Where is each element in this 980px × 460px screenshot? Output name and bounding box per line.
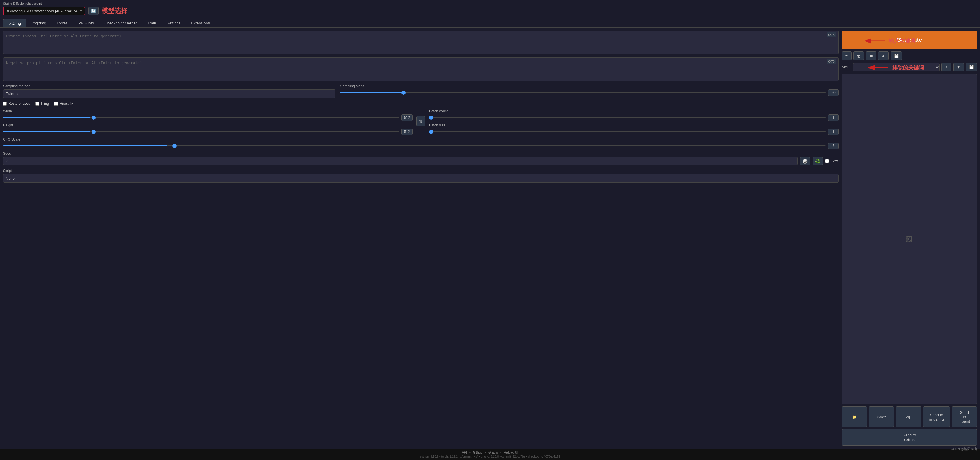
tab-extensions[interactable]: Extensions (186, 19, 215, 27)
open-folder-btn[interactable]: 📁 (842, 406, 867, 427)
sampling-method-dropdown[interactable]: Euler a Euler LMS Heun DPM2 (6, 92, 333, 96)
generate-button[interactable]: Generate (842, 30, 977, 49)
neg-prompt-counter: 0/75 (827, 59, 836, 64)
checkbox-row: Restore faces Tiling Hires. fix (3, 102, 839, 106)
model-select-box[interactable]: 3Guofeng3_v33.safetensors [4078eb4174] ▼ (3, 7, 85, 15)
read-info-btn[interactable]: ✒ (842, 51, 852, 60)
model-dropdown-arrow: ▼ (80, 10, 83, 13)
footer-reload-link[interactable]: Reload UI (504, 450, 518, 454)
cfg-section: CFG Scale 7 (3, 137, 839, 149)
delete-btn[interactable]: 🗑 (853, 51, 864, 60)
script-dropdown[interactable]: None (6, 176, 836, 181)
save-btn[interactable]: Save (869, 406, 894, 427)
footer: API • Github • Gradio • Reload UI python… (0, 449, 980, 460)
seed-recycle-btn[interactable]: ♻️ (813, 157, 823, 165)
tab-png-info[interactable]: PNG Info (73, 19, 99, 27)
batch-section: Batch count 1 Batch size 1 (429, 109, 839, 135)
seed-label: Seed (3, 151, 839, 155)
negative-prompt-section: 0/75 排除的关键词 (3, 57, 839, 82)
cfg-slider[interactable] (3, 145, 826, 146)
sampling-steps-value: 20 (828, 89, 839, 96)
width-height-section: Width 512 Height 512 (3, 109, 413, 135)
styles-select[interactable] (853, 63, 940, 71)
sampling-steps-slider-row: 20 (340, 89, 839, 96)
model-value: 3Guofeng3_v33.safetensors [4078eb4174] (6, 9, 78, 13)
send-img2img-btn[interactable]: Send to img2img (923, 406, 950, 427)
tiling-label: Tiling (41, 102, 49, 106)
prompt-counter: 0/75 (827, 32, 836, 37)
zip-btn[interactable]: Zip (896, 406, 921, 427)
tab-settings[interactable]: Settings (161, 19, 186, 27)
restore-faces-checkbox[interactable]: Restore faces (3, 102, 30, 106)
hires-fix-input[interactable] (54, 102, 58, 106)
restore-faces-input[interactable] (3, 102, 7, 106)
tab-extras[interactable]: Extras (51, 19, 73, 27)
skip-btn[interactable]: ⏭ (878, 51, 889, 60)
negative-prompt-input[interactable] (3, 57, 839, 81)
hires-fix-checkbox[interactable]: Hires. fix (54, 102, 73, 106)
seed-input[interactable] (3, 157, 797, 165)
batch-count-slider[interactable] (429, 117, 826, 118)
styles-v-btn[interactable]: ▼ (953, 63, 964, 71)
batch-size-row: Batch size 1 (429, 123, 839, 135)
footer-api-link[interactable]: API (462, 450, 467, 454)
seed-row: 🎲 ♻️ Extra (3, 157, 839, 165)
send-inpaint-btn[interactable]: Send to inpaint (952, 406, 977, 427)
footer-gradio-link[interactable]: Gradio (488, 450, 498, 454)
sampling-steps-slider[interactable] (340, 92, 826, 93)
batch-count-slider-row: 1 (429, 114, 839, 121)
seed-section: Seed 🎲 ♻️ Extra (3, 151, 839, 165)
footer-info: python: 3.10.9 • torch: 1.12.1 • xformer… (3, 455, 977, 458)
tab-txt2img[interactable]: txt2img (3, 19, 27, 27)
batch-size-value: 1 (828, 128, 839, 135)
batch-count-label: Batch count (429, 109, 839, 113)
send-extras-btn[interactable]: Send to extras (842, 429, 977, 446)
extra-input[interactable] (825, 159, 829, 163)
csdn-watermark: CSDN @洛阳泰山 (951, 447, 977, 451)
model-refresh-btn[interactable]: 🔄 (88, 7, 99, 15)
width-label: Width (3, 109, 413, 113)
batch-count-value: 1 (828, 114, 839, 121)
height-slider-row: 512 (3, 128, 413, 135)
height-row: Height 512 (3, 123, 413, 135)
tab-checkpoint-merger[interactable]: Checkpoint Merger (99, 19, 142, 27)
sampling-method-label: Sampling method (3, 84, 336, 88)
width-slider[interactable] (3, 117, 399, 118)
tiling-checkbox[interactable]: Tiling (35, 102, 49, 106)
height-label: Height (3, 123, 413, 127)
batch-size-label: Batch size (429, 123, 839, 127)
styles-x-btn[interactable]: ✕ (942, 63, 951, 71)
styles-label: Styles (842, 65, 851, 69)
tab-train[interactable]: Train (142, 19, 161, 27)
output-buttons: 📁 Save Zip Send to img2img Send to inpai… (842, 406, 977, 446)
seed-random-btn[interactable]: 🎲 (800, 157, 810, 165)
restore-faces-label: Restore faces (8, 102, 30, 106)
checkpoint-label: Stable Diffusion checkpoint (3, 2, 977, 5)
sampling-steps-label: Sampling steps (340, 84, 839, 88)
model-title: 模型选择 (102, 6, 127, 15)
image-output: 🖼 (842, 74, 977, 404)
extra-label: Extra (830, 159, 839, 163)
styles-save-btn[interactable]: 💾 (966, 63, 977, 71)
script-select[interactable]: None (3, 174, 839, 182)
save-style-btn[interactable]: 💾 (891, 51, 902, 60)
script-section: Script None (3, 169, 839, 182)
batch-size-slider[interactable] (429, 131, 826, 132)
width-row: Width 512 (3, 109, 413, 121)
batch-size-slider-row: 1 (429, 128, 839, 135)
batch-count-row: Batch count 1 (429, 109, 839, 121)
height-slider[interactable] (3, 131, 399, 132)
content-area: 0/75 输入关键词 0/75 (0, 28, 980, 449)
height-value: 512 (401, 128, 413, 135)
sampling-method-select[interactable]: Euler a Euler LMS Heun DPM2 (3, 89, 336, 98)
footer-github-link[interactable]: Github (473, 450, 482, 454)
tab-img2img[interactable]: img2img (27, 19, 51, 27)
interrupt-btn[interactable]: ⏹ (866, 51, 877, 60)
tiling-input[interactable] (35, 102, 39, 106)
swap-dims-btn[interactable]: ⇅ (417, 116, 425, 126)
cfg-label: CFG Scale (3, 137, 839, 141)
width-value: 512 (401, 114, 413, 121)
left-panel: 0/75 输入关键词 0/75 (3, 30, 839, 446)
extra-checkbox[interactable]: Extra (825, 159, 839, 163)
prompt-input[interactable] (3, 30, 839, 54)
